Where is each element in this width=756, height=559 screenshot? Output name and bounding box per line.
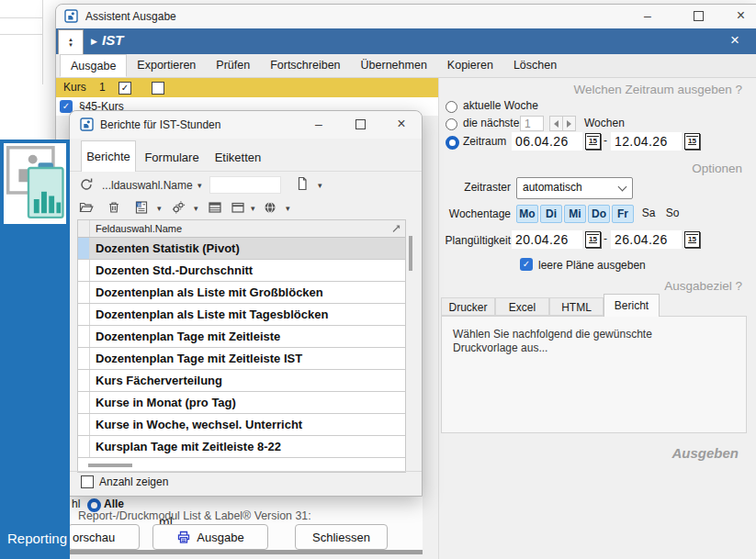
optionen-heading: Optionen bbox=[692, 162, 742, 175]
range-to-input[interactable] bbox=[611, 132, 682, 151]
window-frame-icon[interactable] bbox=[231, 200, 245, 215]
close-icon[interactable]: × bbox=[382, 111, 421, 139]
caret-icon: ▶ bbox=[91, 37, 97, 46]
svg-text:W: W bbox=[137, 203, 141, 207]
maximize-icon[interactable] bbox=[678, 5, 718, 28]
report-row[interactable]: Kursplan Tage mit Zeitleiste 8-22 bbox=[78, 436, 405, 458]
gears-icon[interactable] bbox=[171, 200, 186, 215]
globe-icon[interactable] bbox=[263, 200, 277, 215]
calendar-icon[interactable]: 15 bbox=[684, 133, 700, 150]
range-from-input[interactable] bbox=[512, 132, 582, 151]
day-toggle-mo[interactable]: Mo bbox=[516, 205, 538, 223]
report-row[interactable]: Dozentenplan Tage mit Zeitleiste bbox=[78, 326, 405, 348]
dropdown-arrow-icon[interactable]: ▾ bbox=[197, 181, 202, 190]
record-spinner[interactable]: ▲▼ bbox=[58, 29, 84, 55]
weeks-decrement-icon[interactable] bbox=[549, 116, 563, 131]
kurs-selection-row[interactable]: Kurs 1 ✓ bbox=[56, 78, 438, 97]
report-row[interactable]: Dozentenplan als Liste mit Tagesblöcken bbox=[78, 304, 405, 326]
field-selector-dropdown[interactable]: ...ldauswahl.Name bbox=[102, 179, 193, 192]
tab-kopieren[interactable]: Kopieren bbox=[437, 54, 503, 77]
day-toggle-sa[interactable]: Sa bbox=[638, 205, 660, 223]
day-toggle-so[interactable]: So bbox=[661, 205, 683, 223]
dropdown-arrow-icon[interactable]: ▾ bbox=[194, 204, 198, 213]
window-bottom-edge bbox=[70, 550, 423, 554]
minimize-icon[interactable]: – bbox=[627, 5, 668, 28]
ausgabeziel-tab-bericht[interactable]: Bericht bbox=[604, 294, 660, 317]
report-row[interactable]: Dozenten Statistik (Pivot) bbox=[78, 238, 405, 260]
weeks-count-input[interactable] bbox=[520, 116, 544, 131]
tab-fortschreiben[interactable]: Fortschreiben bbox=[260, 54, 350, 77]
close-icon[interactable]: × bbox=[725, 5, 756, 28]
dropdown-arrow-icon[interactable]: ▾ bbox=[157, 204, 162, 213]
zeitraster-select[interactable]: automatisch bbox=[516, 177, 633, 199]
dropdown-arrow-icon[interactable]: ▾ bbox=[318, 181, 322, 190]
tab-ausgabe[interactable]: Ausgabe bbox=[60, 54, 127, 77]
divider bbox=[70, 471, 422, 472]
ausgabeziel-tab-html[interactable]: HTML bbox=[549, 297, 604, 316]
radio-zeitraum[interactable] bbox=[446, 136, 459, 150]
report-row[interactable]: Kurs Fächerverteilung bbox=[78, 370, 405, 392]
sidebar-caption: Reporting bbox=[7, 531, 67, 546]
report-row[interactable]: Dozentenplan Tage mit Zeitleiste IST bbox=[78, 348, 405, 370]
report-row[interactable]: Kurse in Monat (pro Tag) bbox=[78, 392, 405, 414]
plan-from-input[interactable] bbox=[512, 230, 582, 249]
report-list-header[interactable]: Feldauswahl.Name bbox=[78, 220, 405, 238]
berichte-window: Berichte für IST-Stunden – × Berichte Fo… bbox=[69, 110, 423, 497]
weeks-increment-icon[interactable] bbox=[562, 116, 576, 131]
tab-berichte[interactable]: Berichte bbox=[81, 140, 136, 172]
plan-to-input[interactable] bbox=[611, 230, 682, 249]
maximize-icon[interactable] bbox=[341, 111, 379, 139]
table-rows-icon[interactable] bbox=[208, 200, 222, 215]
tab-pruefen[interactable]: Prüfen bbox=[206, 54, 260, 77]
tab-loeschen[interactable]: Löschen bbox=[503, 54, 567, 77]
dropdown-arrow-icon[interactable]: ▾ bbox=[286, 204, 290, 213]
trash-icon[interactable] bbox=[107, 200, 121, 215]
radio-aktuelle-woche[interactable] bbox=[446, 101, 457, 113]
report-row[interactable]: Dozentenplan als Liste mit Großblöcken bbox=[78, 282, 405, 304]
ausgabe-options-panel: Welchen Zeitraum ausgeben ? aktuelle Woc… bbox=[438, 78, 756, 559]
calendar-icon[interactable]: 15 bbox=[684, 231, 700, 248]
anzahl-zeigen-checkbox[interactable] bbox=[81, 475, 94, 488]
new-document-icon[interactable] bbox=[295, 176, 310, 191]
dropdown-arrow-icon[interactable]: ▾ bbox=[251, 204, 255, 213]
filter-input[interactable] bbox=[209, 176, 281, 194]
day-toggle-mi[interactable]: Mi bbox=[564, 205, 586, 223]
vertical-scrollbar[interactable] bbox=[409, 236, 412, 271]
zeitraster-label: Zeitraster bbox=[439, 181, 511, 194]
kurs-checkbox-unchecked[interactable] bbox=[152, 82, 164, 95]
sort-arrow-icon[interactable] bbox=[390, 223, 401, 234]
assistent-titlebar[interactable]: Assistent Ausgabe – × bbox=[56, 5, 756, 28]
horizontal-scrollbar[interactable] bbox=[88, 464, 132, 467]
report-row[interactable]: Dozenten Std.-Durchschnitt bbox=[78, 260, 405, 282]
print-dialog-fragment: hl Alle Report-/Druckmodul List & Label®… bbox=[70, 496, 423, 554]
tab-exportieren[interactable]: Exportieren bbox=[127, 54, 206, 77]
background-grid-line bbox=[42, 0, 43, 84]
day-toggle-fr[interactable]: Fr bbox=[612, 205, 634, 223]
reporting-module-tile[interactable] bbox=[4, 143, 66, 224]
radio-die-naechsten-label: die nächsten bbox=[463, 117, 525, 129]
tab-uebernehmen[interactable]: Übernehmen bbox=[351, 54, 437, 77]
ausgabeziel-tab-excel[interactable]: Excel bbox=[495, 297, 549, 316]
ausgabe-button[interactable]: Ausgabe bbox=[152, 524, 268, 550]
nav-close-icon[interactable]: × bbox=[720, 28, 750, 54]
word-document-icon[interactable]: W bbox=[134, 200, 149, 215]
ausgabeziel-tab-drucker[interactable]: Drucker bbox=[441, 297, 495, 316]
zeitraster-value: automatisch bbox=[523, 181, 582, 194]
day-toggle-di[interactable]: Di bbox=[540, 205, 562, 223]
tab-etiketten[interactable]: Etiketten bbox=[208, 145, 268, 172]
minimize-icon[interactable]: – bbox=[299, 111, 338, 139]
kurs-checkbox-checked[interactable]: ✓ bbox=[118, 82, 131, 95]
open-folder-icon[interactable] bbox=[79, 200, 94, 215]
vorschau-button[interactable]: orschau bbox=[68, 524, 140, 550]
leere-plaene-checkbox[interactable]: ✓ bbox=[520, 258, 533, 271]
schliessen-button[interactable]: Schliessen bbox=[295, 524, 388, 550]
report-row[interactable]: Kurse in Woche, wechsel. Unterricht bbox=[78, 414, 405, 436]
radio-die-naechsten[interactable] bbox=[446, 118, 457, 130]
berichte-titlebar[interactable]: Berichte für IST-Stunden – × bbox=[70, 111, 422, 139]
calendar-icon[interactable]: 15 bbox=[585, 231, 601, 248]
day-toggle-do[interactable]: Do bbox=[588, 205, 610, 223]
calendar-icon[interactable]: 15 bbox=[585, 133, 601, 150]
tab-formulare[interactable]: Formulare bbox=[138, 145, 206, 172]
refresh-icon[interactable] bbox=[79, 177, 94, 192]
spinner-down-icon[interactable]: ▼ bbox=[68, 42, 73, 48]
